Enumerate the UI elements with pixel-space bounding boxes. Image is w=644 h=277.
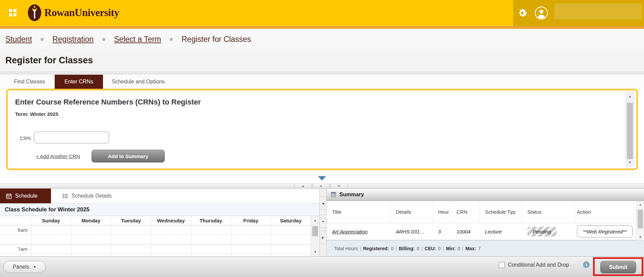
schedule-tabs: Schedule Schedule Details bbox=[0, 189, 319, 203]
add-to-summary-button[interactable]: Add to Summary bbox=[92, 150, 165, 162]
tab-schedule-details-label: Schedule Details bbox=[71, 193, 112, 199]
panels-button[interactable]: Panels ▼ bbox=[3, 261, 46, 273]
schedule-title-bar: Class Schedule for Winter 2025 bbox=[0, 203, 319, 216]
scrollbar-thumb[interactable] bbox=[627, 103, 633, 159]
col-header-details[interactable]: Details bbox=[390, 201, 433, 223]
totals-separator: | bbox=[443, 246, 444, 251]
grid-cell bbox=[111, 225, 151, 234]
scrollbar-thumb[interactable] bbox=[638, 210, 643, 228]
conditional-add-drop-label: Conditional Add and Drop bbox=[508, 262, 569, 268]
splitter-reset-button[interactable]: ● bbox=[312, 184, 330, 188]
course-details: ARHS 031… bbox=[390, 223, 433, 240]
user-profile-icon[interactable] bbox=[535, 6, 548, 20]
apps-grid-square bbox=[9, 13, 12, 16]
enter-crns-panel: Enter Course Reference Numbers (CRNs) to… bbox=[6, 89, 638, 170]
crn-label: CRN bbox=[20, 135, 31, 141]
vertical-splitter[interactable]: ◀ ● ▶ bbox=[319, 189, 327, 256]
scroll-down-icon[interactable]: ▼ bbox=[626, 161, 634, 164]
totals-label: Min: bbox=[446, 246, 455, 251]
day-header: Friday bbox=[231, 216, 271, 225]
scroll-up-icon[interactable]: ▲ bbox=[637, 203, 644, 206]
totals-separator: | bbox=[462, 246, 464, 251]
totals-label: Registered: bbox=[363, 246, 389, 251]
horizontal-splitter[interactable]: ▲ ● ▼ bbox=[0, 184, 644, 189]
grid-cell bbox=[191, 245, 231, 254]
summary-course-row: Art Appreciation ARHS 031… 3 10004 Lectu… bbox=[327, 223, 644, 240]
crn-panel-heading: Enter Course Reference Numbers (CRNs) to… bbox=[15, 98, 201, 107]
breadcrumb-student[interactable]: Student bbox=[5, 35, 32, 44]
col-header-schedule-type[interactable]: Schedule Typ bbox=[480, 201, 522, 223]
tab-schedule-details[interactable]: Schedule Details bbox=[56, 189, 118, 203]
grid-cell bbox=[271, 245, 311, 254]
grid-row-6am: 6am bbox=[0, 225, 319, 235]
submit-button[interactable]: Submit bbox=[600, 261, 636, 273]
summary-scrollbar[interactable]: ▲ ▼ bbox=[636, 201, 644, 240]
apps-grid-icon[interactable] bbox=[9, 9, 17, 17]
totals-value: 0 bbox=[391, 246, 393, 251]
grid-row-7am: 7am bbox=[0, 245, 319, 254]
totals-separator: | bbox=[421, 246, 423, 251]
time-label: 6am bbox=[0, 225, 31, 234]
scroll-down-icon[interactable]: ▼ bbox=[311, 250, 319, 254]
col-header-crn[interactable]: CRN bbox=[451, 201, 480, 223]
settings-gear-icon[interactable] bbox=[517, 7, 528, 19]
splitter-reset-button[interactable]: ● bbox=[320, 215, 326, 228]
grid-cell bbox=[231, 245, 271, 254]
splitter-expand-down-button[interactable]: ▼ bbox=[330, 184, 348, 188]
apps-grid-square bbox=[13, 9, 16, 12]
summary-header-row: Title Details Hour CRN Schedule Typ Stat… bbox=[327, 201, 644, 223]
totals-label: Billing: bbox=[399, 246, 415, 251]
breadcrumb-separator bbox=[170, 38, 173, 41]
scroll-down-icon[interactable]: ▼ bbox=[637, 235, 644, 239]
tab-schedule-and-options[interactable]: Schedule and Options bbox=[103, 75, 173, 89]
summary-panel: Summary Title Details Hour CRN Schedule … bbox=[327, 189, 644, 256]
breadcrumb-registration[interactable]: Registration bbox=[52, 35, 94, 44]
col-header-hours[interactable]: Hour bbox=[433, 201, 451, 223]
course-title-link[interactable]: Art Appreciation bbox=[332, 229, 368, 234]
rowan-university-logo[interactable]: RowanUniversity bbox=[28, 2, 119, 23]
grid-cell bbox=[231, 235, 271, 244]
summary-totals-bar: Total Hours | Registered: 0 | Billing: 0… bbox=[327, 240, 644, 256]
grid-cell bbox=[111, 245, 151, 254]
scroll-up-icon[interactable]: ▲ bbox=[626, 95, 634, 98]
totals-value: 0 bbox=[458, 246, 460, 251]
action-select[interactable]: **Web Registered** bbox=[577, 225, 633, 237]
splitter-expand-left-button[interactable]: ◀ bbox=[320, 197, 326, 210]
scroll-up-icon[interactable]: ▲ bbox=[311, 219, 319, 222]
crn-input[interactable] bbox=[34, 132, 109, 143]
divider-band bbox=[0, 71, 644, 75]
tab-schedule[interactable]: Schedule bbox=[0, 189, 51, 203]
conditional-add-drop-checkbox[interactable] bbox=[499, 262, 505, 268]
breadcrumb-select-a-term[interactable]: Select a Term bbox=[114, 35, 161, 44]
breadcrumb-current: Register for Classes bbox=[181, 35, 251, 44]
totals-separator: | bbox=[360, 246, 361, 251]
add-another-crn-link[interactable]: + Add Another CRN bbox=[36, 153, 80, 159]
day-header: Saturday bbox=[271, 216, 311, 225]
grid-cell bbox=[191, 254, 231, 256]
breadcrumb-separator bbox=[41, 38, 44, 41]
user-name-redacted bbox=[554, 3, 642, 19]
grid-cell bbox=[271, 254, 311, 256]
col-header-status[interactable]: Status bbox=[522, 201, 575, 223]
splitter-expand-up-button[interactable]: ▲ bbox=[294, 184, 312, 188]
tab-find-classes[interactable]: Find Classes bbox=[7, 75, 52, 89]
logo-wordmark: RowanUniversity bbox=[44, 7, 119, 19]
course-crn: 10004 bbox=[451, 223, 480, 240]
grid-cell bbox=[231, 225, 271, 234]
scrollbar-thumb[interactable] bbox=[312, 226, 318, 236]
grid-cell bbox=[31, 254, 71, 256]
apps-grid-square bbox=[9, 9, 12, 12]
schedule-scrollbar[interactable]: ▲ ▼ bbox=[311, 216, 319, 256]
crn-panel-scrollbar[interactable]: ▲ ▼ bbox=[626, 92, 634, 166]
tab-enter-crns[interactable]: Enter CRNs bbox=[55, 75, 103, 89]
header-accent-strip bbox=[0, 26, 644, 29]
splitter-expand-right-button[interactable]: ▶ bbox=[320, 231, 326, 244]
info-icon[interactable]: i bbox=[583, 261, 590, 268]
day-header: Wednesday bbox=[151, 216, 191, 225]
grid-cell bbox=[151, 254, 191, 256]
col-header-action[interactable]: Action bbox=[575, 201, 635, 223]
grid-cell bbox=[71, 235, 111, 244]
register-for-classes-screen: RowanUniversity Student Registration Sel… bbox=[0, 0, 644, 277]
collapse-panel-triangle-icon[interactable] bbox=[318, 176, 326, 181]
col-header-title[interactable]: Title bbox=[327, 201, 390, 223]
